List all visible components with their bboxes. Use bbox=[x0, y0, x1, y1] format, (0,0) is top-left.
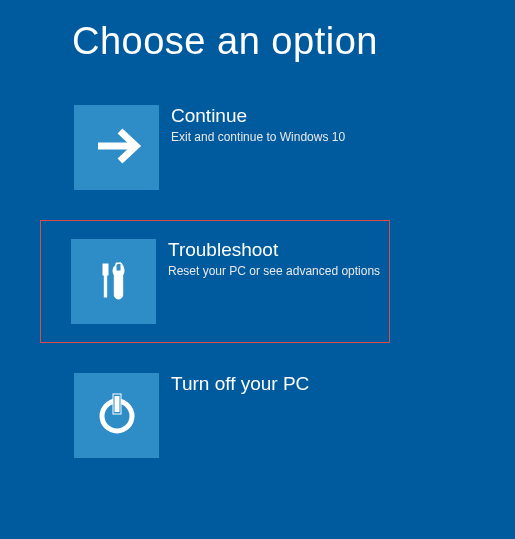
page-title: Choose an option bbox=[72, 20, 475, 63]
power-icon bbox=[93, 390, 141, 442]
arrow-right-icon bbox=[92, 121, 142, 175]
troubleshoot-tile bbox=[71, 239, 156, 324]
turnoff-tile bbox=[74, 373, 159, 458]
continue-tile bbox=[74, 105, 159, 190]
option-continue[interactable]: Continue Exit and continue to Windows 10 bbox=[72, 103, 475, 192]
svg-rect-2 bbox=[104, 275, 106, 297]
troubleshoot-subtitle: Reset your PC or see advanced options bbox=[168, 264, 380, 278]
option-troubleshoot[interactable]: Troubleshoot Reset your PC or see advanc… bbox=[40, 220, 390, 343]
turnoff-title: Turn off your PC bbox=[171, 373, 309, 395]
troubleshoot-title: Troubleshoot bbox=[168, 239, 380, 261]
svg-rect-1 bbox=[103, 264, 108, 275]
continue-subtitle: Exit and continue to Windows 10 bbox=[171, 130, 345, 144]
option-turnoff[interactable]: Turn off your PC bbox=[72, 371, 475, 460]
continue-title: Continue bbox=[171, 105, 345, 127]
tools-icon bbox=[92, 258, 136, 306]
